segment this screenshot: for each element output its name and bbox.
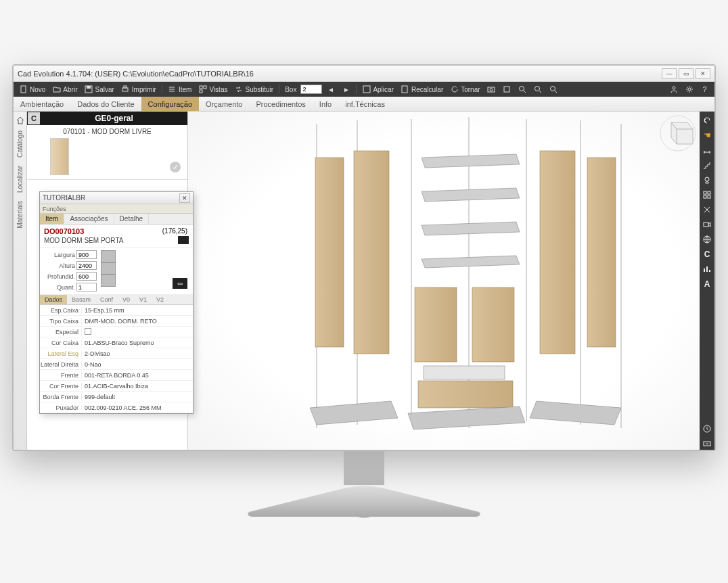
nav-title: GE0-geral (41, 114, 187, 123)
dados-key: Especial (40, 329, 82, 335)
quant-input[interactable] (76, 283, 97, 292)
user-button[interactable] (666, 83, 681, 95)
menu-procedimentos[interactable]: Procedimentos (249, 97, 312, 111)
dados-tab-v0[interactable]: V0 (118, 295, 135, 304)
item-button[interactable]: Item (165, 83, 194, 95)
item-dim-display: (176,25) (162, 227, 187, 235)
help-button[interactable]: ? (698, 83, 712, 95)
dock-video-button[interactable] (701, 218, 713, 231)
dock-layers-button[interactable] (701, 189, 713, 201)
dados-tab-conf[interactable]: Conf (95, 295, 118, 304)
svg-point-14 (535, 87, 540, 91)
viewport-3d[interactable]: ☚ C A (188, 112, 714, 450)
nav-next-button[interactable]: ► (339, 83, 353, 95)
main-toolbar: Novo Abrir Salvar Imprimir Item Vistas S… (14, 82, 714, 97)
dados-row[interactable]: Borda Frente999-default (40, 392, 193, 402)
nav-item[interactable]: 070101 - MOD DORM LIVRE ✓ (27, 125, 187, 180)
dock-history-button[interactable] (701, 423, 713, 435)
svg-rect-3 (122, 88, 128, 91)
dialog-title: TUTORIALBR (43, 194, 85, 202)
close-button[interactable]: ✕ (696, 68, 710, 79)
dados-row[interactable]: Puxador002.009-0210 ACE. 256 MM (40, 402, 193, 413)
largura-input[interactable] (76, 250, 97, 259)
tab-associacoes[interactable]: Associações (64, 214, 114, 224)
zoom-out-button[interactable] (531, 83, 545, 95)
svg-rect-5 (200, 86, 202, 89)
dados-row[interactable]: Esp.Caixa15-Esp.15 mm (40, 305, 193, 316)
dimension-block: Largura Altura Profundid. Quant. ⇦ (40, 248, 193, 295)
imprimir-button[interactable]: Imprimir (118, 83, 159, 95)
dock-undo-button[interactable] (701, 114, 713, 126)
quant-label: Quant. (44, 284, 76, 291)
dock-globe-button[interactable] (701, 233, 713, 246)
dock-a-button[interactable]: A (701, 278, 713, 290)
dados-value: 002.009-0210 ACE. 256 MM (82, 404, 193, 411)
views-icon (198, 85, 207, 94)
dados-key: Lateral Esq (40, 350, 82, 357)
menu-inf-tecnicas[interactable]: inf.Técnicas (338, 97, 392, 111)
dados-key: Tipo Caixa (40, 318, 82, 325)
menu-ambientacao[interactable]: Ambientação (14, 97, 70, 111)
item-more-button[interactable] (178, 236, 189, 244)
substituir-button[interactable]: Substituir (231, 83, 276, 95)
snapshot-button[interactable] (500, 83, 514, 95)
dados-row[interactable]: Lateral Direita0-Nao (40, 359, 193, 370)
dock-chart-button[interactable] (701, 263, 713, 275)
tab-item[interactable]: Item (40, 214, 64, 224)
dialog-close-button[interactable]: ✕ (179, 193, 190, 203)
dock-hand-button[interactable]: ☚ (701, 129, 713, 141)
dock-stairs-button[interactable] (701, 159, 713, 171)
side-tab-localizar[interactable]: Localizar (16, 162, 24, 197)
dados-row[interactable]: Cor Frente01.ACIB-Carvalho Ibiza (40, 381, 193, 392)
box-input[interactable] (300, 85, 322, 94)
zoom-fit-button[interactable] (547, 83, 561, 95)
dados-tab-basam[interactable]: Basam (67, 295, 95, 304)
dados-row[interactable]: Frente001-RETA BORDA 0.45 (40, 370, 193, 381)
aplicar-button[interactable]: Aplicar (359, 83, 396, 95)
dados-value: 0-Nao (82, 361, 193, 368)
menu-dados-cliente[interactable]: Dados do Cliente (70, 97, 141, 111)
side-tab-catalogo[interactable]: Catálogo (16, 126, 24, 162)
abrir-button[interactable]: Abrir (49, 83, 80, 95)
novo-button[interactable]: Novo (16, 83, 48, 95)
insert-button[interactable]: ⇦ (173, 278, 187, 289)
maximize-button[interactable]: ▭ (679, 68, 693, 79)
svg-rect-33 (415, 287, 457, 362)
checkbox[interactable] (85, 328, 91, 335)
menu-configuracao[interactable]: Configuração (141, 97, 199, 111)
home-tab[interactable] (14, 114, 26, 126)
dados-row[interactable]: Lateral Esq2-Divisao (40, 348, 193, 359)
dock-dimensions-button[interactable] (701, 144, 713, 156)
vistas-button[interactable]: Vistas (196, 83, 230, 95)
dados-row[interactable]: Cor Caixa01.ABSU-Braco Supremo (40, 337, 193, 348)
dialog-titlebar[interactable]: TUTORIALBR ✕ (40, 192, 193, 204)
camera-button[interactable] (484, 83, 499, 95)
dock-slice-button[interactable] (701, 204, 713, 216)
dock-collapse-button[interactable] (701, 438, 713, 450)
nav-prev-button[interactable]: ◄ (323, 83, 338, 95)
salvar-button[interactable]: Salvar (81, 83, 116, 95)
tab-detalhe[interactable]: Detalhe (114, 214, 149, 224)
menu-info[interactable]: Info (313, 97, 338, 111)
dados-row[interactable]: Tipo CaixaDMR-MOD. DORM. RETO (40, 316, 193, 327)
side-tab-materiais[interactable]: Materiais (16, 197, 24, 233)
profund-input[interactable] (76, 272, 97, 281)
dock-c-button[interactable]: C (701, 248, 713, 260)
svg-rect-6 (204, 86, 206, 89)
dados-tab-v1[interactable]: V1 (135, 295, 152, 304)
dock-light-button[interactable] (701, 174, 713, 186)
dados-key: Cor Frente (40, 383, 82, 390)
zoom-in-button[interactable] (516, 83, 530, 95)
menu-bar: Ambientação Dados do Cliente Configuraçã… (14, 97, 714, 112)
dados-tab-dados[interactable]: Dados (40, 295, 67, 304)
minimize-button[interactable]: — (662, 68, 677, 79)
view-cube[interactable] (659, 114, 697, 152)
recalcular-button[interactable]: Recalcular (398, 83, 446, 95)
altura-input[interactable] (76, 261, 97, 270)
svg-rect-8 (363, 86, 370, 93)
tornar-button[interactable]: Tornar (447, 83, 482, 95)
menu-orcamento[interactable]: Orçamento (199, 97, 249, 111)
dados-row[interactable]: Especial (40, 327, 193, 337)
settings-button[interactable] (682, 83, 696, 95)
dados-tab-v2[interactable]: V2 (152, 295, 168, 304)
